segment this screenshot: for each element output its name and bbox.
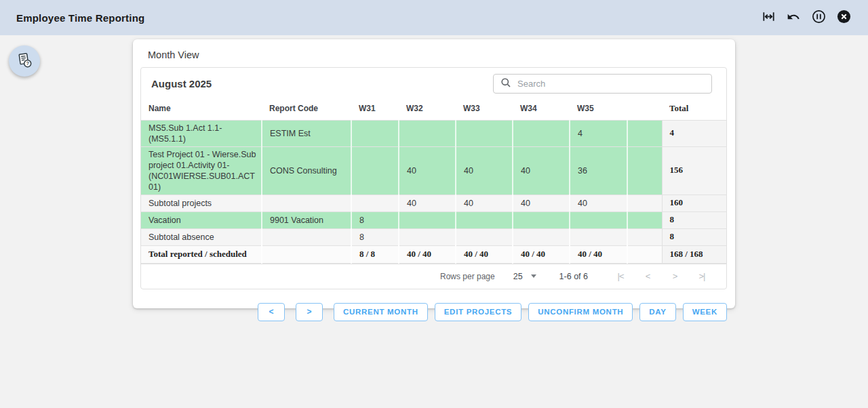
table-row-subtotal-absence: Subtotal absence 8 8 [141, 228, 726, 245]
cell-total: 156 [662, 146, 726, 195]
card-title: Month View [133, 39, 735, 67]
cell-w35: 40 / 40 [570, 245, 627, 263]
cell-total: 4 [662, 120, 726, 146]
table-row[interactable]: Test Project 01 - Wierse.Sub project 01.… [141, 146, 726, 195]
panel-header: August 2025 [141, 68, 726, 98]
current-month-button[interactable]: CURRENT MONTH [334, 303, 428, 321]
edit-projects-button[interactable]: EDIT PROJECTS [435, 303, 521, 321]
pagination-bar: Rows per page 25 1-6 of 6 |< < > >| [141, 264, 726, 289]
cell-w35[interactable]: 36 [570, 146, 627, 195]
cell-w33: 40 / 40 [456, 245, 513, 263]
column-header-w33[interactable]: W33 [456, 98, 513, 120]
search-box[interactable] [493, 74, 712, 94]
footer-actions: < > CURRENT MONTH EDIT PROJECTS UNCONFIR… [133, 303, 727, 321]
cell-w35 [570, 228, 627, 245]
page-range-label: 1-6 of 6 [559, 272, 588, 281]
app-title: Employee Time Reporting [16, 12, 144, 24]
next-page-button[interactable]: > [661, 271, 688, 281]
pause-button[interactable] [810, 9, 827, 26]
cell-total: 8 [662, 228, 726, 245]
prev-page-button[interactable]: < [634, 271, 661, 281]
month-title: August 2025 [151, 78, 212, 89]
cell-report-code [262, 195, 351, 211]
table-row-subtotal-projects: Subtotal projects 40 40 40 40 160 [141, 195, 726, 211]
cell-w33 [456, 228, 513, 245]
rows-per-page-value: 25 [513, 272, 523, 281]
rows-per-page-label: Rows per page [440, 272, 495, 281]
cell-report-code: ESTIM Est [262, 120, 351, 146]
caret-down-icon [531, 274, 536, 278]
fit-width-icon [762, 10, 775, 25]
table-row[interactable]: Vacation 9901 Vacation 8 8 [141, 211, 726, 228]
column-header-w34[interactable]: W34 [513, 98, 570, 120]
cell-w32: 40 / 40 [399, 245, 456, 263]
cell-total: 8 [662, 211, 726, 228]
column-header-total[interactable]: Total [662, 98, 726, 120]
cell-w35[interactable] [570, 211, 627, 228]
cell-name[interactable]: MS5.Sub 1.Act 1.1-(MS5.1.1) [141, 120, 262, 146]
table-row[interactable]: MS5.Sub 1.Act 1.1-(MS5.1.1) ESTIM Est 4 … [141, 120, 726, 146]
cell-w31: 8 / 8 [351, 245, 399, 263]
table-header-row: Name Report Code W31 W32 W33 W34 W35 Tot… [141, 98, 726, 120]
cell-w31[interactable]: 8 [351, 211, 399, 228]
column-header-spacer [627, 98, 662, 120]
pager-nav: |< < > >| [607, 271, 715, 281]
column-header-report-code[interactable]: Report Code [262, 98, 351, 120]
cell-w31[interactable] [351, 120, 399, 146]
cell-w34[interactable]: 40 [513, 146, 570, 195]
prev-month-button[interactable]: < [258, 303, 285, 321]
column-header-w35[interactable]: W35 [570, 98, 627, 120]
cell-name[interactable]: Test Project 01 - Wierse.Sub project 01.… [141, 146, 262, 195]
cell-spacer [627, 228, 662, 245]
month-view-card: Month View August 2025 [133, 39, 735, 308]
cell-w34: 40 / 40 [513, 245, 570, 263]
cell-w34[interactable] [513, 211, 570, 228]
cell-w31: 8 [351, 228, 399, 245]
cell-spacer [627, 146, 662, 195]
week-button[interactable]: WEEK [683, 303, 727, 321]
cell-name: Subtotal absence [141, 228, 262, 245]
rows-per-page-select[interactable]: 25 [513, 272, 536, 281]
cell-w33[interactable]: 40 [456, 146, 513, 195]
cell-report-code: 9901 Vacation [262, 211, 351, 228]
cell-spacer [627, 211, 662, 228]
day-button[interactable]: DAY [639, 303, 675, 321]
close-button[interactable] [835, 9, 852, 26]
unconfirm-month-button[interactable]: UNCONFIRM MONTH [528, 303, 633, 321]
cell-name: Total reported / scheduled [141, 245, 262, 263]
top-bar-icons [760, 9, 852, 26]
cell-w33[interactable] [456, 211, 513, 228]
cell-total: 160 [662, 195, 726, 211]
cell-w34[interactable] [513, 120, 570, 146]
cell-report-code [262, 228, 351, 245]
column-header-w31[interactable]: W31 [351, 98, 399, 120]
close-circle-icon [837, 9, 851, 26]
cell-w32 [399, 228, 456, 245]
next-month-button[interactable]: > [296, 303, 323, 321]
first-page-button[interactable]: |< [607, 271, 634, 281]
report-help-icon: ? [15, 51, 34, 72]
search-input[interactable] [517, 79, 705, 89]
cell-w33: 40 [456, 195, 513, 211]
cell-spacer [627, 120, 662, 146]
cell-w33[interactable] [456, 120, 513, 146]
undo-button[interactable] [785, 9, 802, 26]
cell-w34: 40 [513, 195, 570, 211]
cell-report-code: CONS Consulting [262, 146, 351, 195]
cell-w31[interactable] [351, 146, 399, 195]
top-bar: Employee Time Reporting [0, 0, 868, 35]
help-button[interactable]: ? [9, 45, 40, 77]
cell-w32[interactable] [399, 211, 456, 228]
svg-text:?: ? [26, 60, 29, 66]
cell-total: 168 / 168 [662, 245, 726, 263]
cell-w35[interactable]: 4 [570, 120, 627, 146]
cell-name[interactable]: Vacation [141, 211, 262, 228]
column-header-name[interactable]: Name [141, 98, 262, 120]
fit-width-button[interactable] [760, 9, 776, 26]
cell-w32[interactable]: 40 [399, 146, 456, 195]
undo-icon [787, 10, 800, 26]
last-page-button[interactable]: >| [688, 271, 715, 281]
cell-w32[interactable] [399, 120, 456, 146]
cell-spacer [627, 245, 662, 263]
column-header-w32[interactable]: W32 [399, 98, 456, 120]
